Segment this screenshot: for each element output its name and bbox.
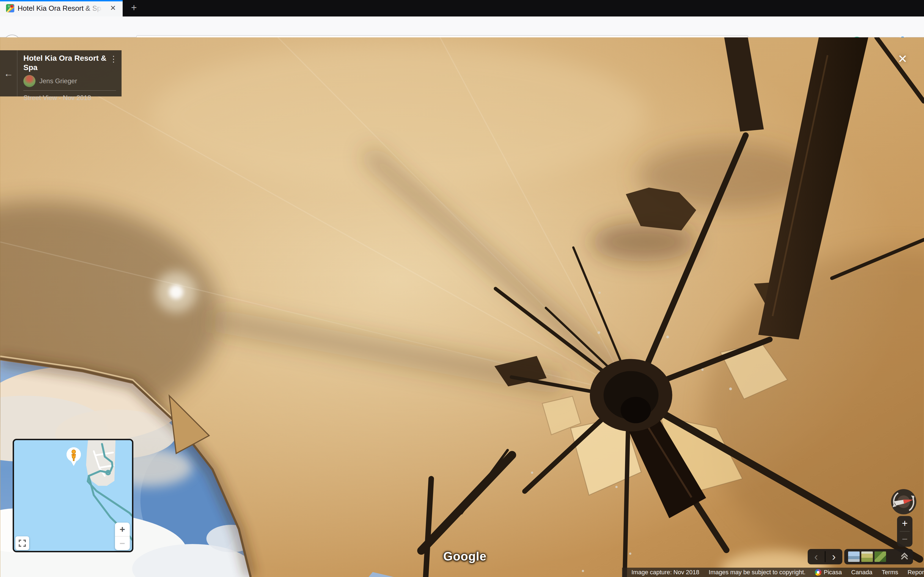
pegman-marker[interactable] <box>65 446 82 467</box>
picasa-attribution[interactable]: Picasa <box>815 569 842 576</box>
zoom-control: + − <box>897 516 913 547</box>
minimap-zoom-control: + − <box>115 522 130 550</box>
attribution-bar: Image capture: Nov 2018 Images may be su… <box>622 568 924 577</box>
minimap-zoom-out-button[interactable]: − <box>115 537 130 550</box>
report-problem-link[interactable]: Report a problem <box>908 569 924 576</box>
tab-active[interactable]: G Hotel Kia Ora Resort & Spa - Go ✕ <box>0 0 123 16</box>
previous-photo-button[interactable]: ‹ <box>808 550 825 564</box>
terms-link[interactable]: Terms <box>882 569 898 576</box>
author-row: Jens Grieger <box>23 75 121 87</box>
zoom-in-button[interactable]: + <box>897 516 913 531</box>
streetview-date: Street View - Nov 2018 <box>23 94 121 102</box>
photo-thumbnails-bar <box>844 549 913 564</box>
thumbnail-bushes[interactable] <box>874 551 886 562</box>
close-icon[interactable]: ✕ <box>894 51 911 68</box>
panel-body: Hotel Kia Ora Resort & Spa ⋮ Jens Griege… <box>17 50 121 97</box>
google-maps-favicon: G <box>6 4 14 12</box>
back-arrow-icon[interactable]: ← <box>0 50 17 97</box>
place-title: Hotel Kia Ora Resort & Spa <box>23 53 114 72</box>
browser-toolbar: ← → ⟳ ⌂ https://www.google.ca/maps/@-14.… <box>0 16 924 37</box>
svg-text:G: G <box>8 5 10 8</box>
thumbnail-sea[interactable] <box>848 551 859 562</box>
zoom-out-button[interactable]: − <box>897 532 913 547</box>
browser-window: G Hotel Kia Ora Resort & Spa - Go ✕ + ← … <box>0 0 924 577</box>
photo-nav-control: ‹ › <box>808 549 842 564</box>
fullscreen-icon[interactable] <box>15 536 29 550</box>
streetview-info-panel: ← Hotel Kia Ora Resort & Spa ⋮ Jens Grie… <box>0 50 121 97</box>
street-view-photo[interactable] <box>0 37 924 577</box>
google-watermark: Google <box>443 550 487 563</box>
tab-bar: G Hotel Kia Ora Resort & Spa - Go ✕ + <box>0 0 924 16</box>
country-label: Canada <box>851 569 872 576</box>
picasa-icon <box>815 569 821 575</box>
copyright-notice: Images may be subject to copyright. <box>709 569 806 576</box>
tab-close-icon[interactable]: ✕ <box>107 0 120 16</box>
picasa-label: Picasa <box>824 569 842 576</box>
next-photo-button[interactable]: › <box>825 550 843 564</box>
avatar[interactable] <box>23 75 36 87</box>
compass-control[interactable] <box>891 489 916 514</box>
overflow-menu-icon[interactable]: ⋮ <box>110 54 118 64</box>
thumbnail-field[interactable] <box>861 551 873 562</box>
image-capture-date: Image capture: Nov 2018 <box>632 569 699 576</box>
collapse-chevrons-icon[interactable] <box>900 551 909 562</box>
panel-divider <box>23 90 116 91</box>
minimap-zoom-in-button[interactable]: + <box>115 522 130 537</box>
new-tab-button[interactable]: + <box>126 0 141 16</box>
tab-title-fade <box>82 2 106 16</box>
author-name: Jens Grieger <box>39 77 77 85</box>
